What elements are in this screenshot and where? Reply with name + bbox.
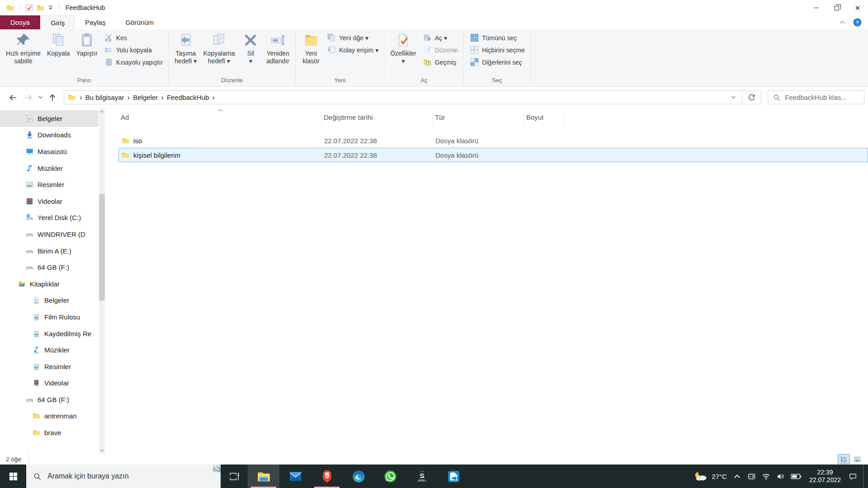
temperature[interactable]: 27°C xyxy=(712,473,727,480)
taskbar-mail-button[interactable] xyxy=(279,465,311,488)
ribbon-button-ta-ma-hedefi[interactable]: Taşımahedefi ▾ xyxy=(171,31,200,66)
breadcrumb-chevron-icon[interactable]: › xyxy=(124,94,133,101)
refresh-icon[interactable] xyxy=(748,94,755,101)
volume-icon[interactable] xyxy=(776,472,785,481)
sidebar-item-windriver-d[interactable]: WINDRIVER (D xyxy=(0,226,99,243)
ribbon-button-kolay-eri-im[interactable]: Kolay erişim ▾ xyxy=(325,44,381,56)
weather-icon[interactable] xyxy=(694,471,708,482)
minimize-button[interactable] xyxy=(806,0,826,15)
sidebar-item-belgeler[interactable]: Belgeler xyxy=(0,110,99,127)
show-desktop-button[interactable] xyxy=(863,465,866,488)
details-view-button[interactable] xyxy=(838,454,850,464)
battery-icon[interactable] xyxy=(791,473,802,480)
forward-icon[interactable] xyxy=(24,93,33,102)
ribbon-button-yeniden-adland-r[interactable]: Yenidenadlandır xyxy=(263,31,292,66)
taskbar-s-sport-button[interactable]: SSPORT+ xyxy=(406,465,438,488)
breadcrumb-segment-bu-bilgisayar[interactable]: Bu bilgisayar xyxy=(85,94,124,101)
qat-new-folder-icon[interactable] xyxy=(37,4,44,12)
sidebar-item-64-gb-f[interactable]: 64 GB (F:) xyxy=(0,259,99,276)
ribbon-button-ge-mi[interactable]: Geçmiş xyxy=(420,56,461,68)
search-input[interactable] xyxy=(785,94,864,101)
tab-g-r-n-m[interactable]: Görünüm xyxy=(116,15,163,29)
taskbar-whatsapp-button[interactable] xyxy=(374,465,406,488)
breadcrumb-segment-feedbackhub[interactable]: FeedbackHub xyxy=(167,94,209,101)
wifi-icon[interactable] xyxy=(762,472,770,481)
collapse-ribbon-icon[interactable] xyxy=(839,19,846,26)
sidebar-item-videolar[interactable]: Videolar xyxy=(0,193,99,210)
action-center-icon[interactable] xyxy=(849,472,857,481)
sidebar-item-resimler[interactable]: Resimler xyxy=(0,176,99,193)
sidebar-item-m-zikler[interactable]: Müzikler xyxy=(0,160,99,177)
up-icon[interactable] xyxy=(48,93,57,102)
ribbon-button-yap-t-r[interactable]: Yapıştır xyxy=(73,31,101,58)
taskbar-share-app-button[interactable] xyxy=(438,465,469,488)
column-header-boyut[interactable]: Boyut xyxy=(524,109,565,125)
address-dropdown-icon[interactable] xyxy=(731,94,736,100)
sidebar-item-m-zikler[interactable]: Müzikler xyxy=(0,342,99,358)
breadcrumb-segment-belgeler[interactable]: Belgeler xyxy=(133,94,158,101)
ribbon-button-yolu-kopyala[interactable]: \\...Yolu kopyala xyxy=(102,44,166,56)
sidebar-item-belgeler[interactable]: Belgeler xyxy=(0,292,99,309)
ribbon-button-d-zenle[interactable]: Düzenle xyxy=(420,44,461,56)
search-box[interactable] xyxy=(768,90,864,104)
scroll-down-icon[interactable] xyxy=(99,447,105,454)
taskbar-edge-button[interactable] xyxy=(343,465,374,488)
taskbar-brave-button[interactable] xyxy=(311,465,343,488)
sidebar-item-videolar[interactable]: Videolar xyxy=(0,375,99,392)
tab-payla[interactable]: Paylaş xyxy=(75,15,115,29)
sidebar-item-film-rulosu[interactable]: Film Rulosu xyxy=(0,309,99,325)
sidebar-scrollbar-thumb[interactable] xyxy=(99,194,105,300)
sidebar-item-kitapl-klar[interactable]: Kitaplıklar xyxy=(0,276,99,292)
sidebar-item-downloads[interactable]: Downloads xyxy=(0,127,99,144)
ribbon-button-a[interactable]: Aç ▾ xyxy=(420,32,461,44)
file-row-iso[interactable]: iso22.07.2022 22:38Dosya klasörü xyxy=(118,133,868,148)
sidebar-item-resimler[interactable]: Resimler xyxy=(0,358,99,375)
sidebar-item-64-gb-f[interactable]: 64 GB (F:) xyxy=(0,391,99,408)
search-highlights-illustration[interactable] xyxy=(213,465,221,472)
ribbon-button-yeni-e[interactable]: Yeni öğe ▾ xyxy=(325,32,381,44)
ribbon-button-kopyalama-hedefi[interactable]: Kopyalamahedefi ▾ xyxy=(200,31,238,66)
ribbon-button-h-zl-eri-ime-sabitle[interactable]: Hızlı erişimesabitle xyxy=(3,31,44,66)
ribbon-button-sil[interactable]: Sil▾ xyxy=(238,31,263,66)
taskbar-search-input[interactable] xyxy=(47,472,164,481)
sidebar-item-kaydedilmi-re[interactable]: Kaydedilmiş Re xyxy=(0,325,99,342)
clock[interactable]: 22:39 22.07.2022 xyxy=(807,469,843,484)
ribbon-button-k-sayolu-yap-t-r[interactable]: Kısayolu yapıştır xyxy=(102,56,166,68)
breadcrumb-chevron-icon[interactable]: › xyxy=(209,94,218,101)
ribbon-button-di-erlerini-se[interactable]: Diğerlerini seç xyxy=(467,56,528,68)
ribbon-button-yeni-klas-r[interactable]: Yeniklasör xyxy=(298,31,324,66)
sidebar-item-yerel-disk-c[interactable]: Yerel Disk (C:) xyxy=(0,210,99,226)
taskbar-file-explorer-button[interactable] xyxy=(248,465,279,488)
help-icon[interactable]: ? xyxy=(853,18,862,27)
taskbar-search[interactable] xyxy=(26,465,221,488)
sort-ascending-icon[interactable] xyxy=(217,108,223,112)
tab-giri[interactable]: Giriş xyxy=(41,15,75,29)
sidebar-item-antrenman[interactable]: antrenman xyxy=(0,408,99,425)
scroll-up-icon[interactable] xyxy=(99,108,105,115)
ribbon-button-t-m-n-se[interactable]: Tümünü seç xyxy=(467,32,528,44)
column-header-t-r[interactable]: Tür xyxy=(433,109,524,125)
tray-chevron-up-icon[interactable] xyxy=(733,472,741,481)
start-button[interactable] xyxy=(0,465,26,488)
ribbon-button-kopyala[interactable]: Kopyala xyxy=(44,31,73,58)
qat-properties-icon[interactable] xyxy=(25,4,33,12)
ribbon-button-zellikler[interactable]: Özellikler▾ xyxy=(387,31,420,66)
tab-dosya[interactable]: Dosya xyxy=(0,15,40,29)
taskbar-task-view-button[interactable] xyxy=(221,465,248,488)
sidebar-item-birim-a-e[interactable]: Birim A (E:) xyxy=(0,243,99,259)
qat-customize-icon[interactable] xyxy=(48,5,53,10)
column-header-de-i-tirme-tarihi[interactable]: Değiştirme tarihi xyxy=(321,109,433,125)
sidebar-item-masa-st[interactable]: Masaüstü xyxy=(0,143,99,160)
cast-icon[interactable] xyxy=(747,472,756,481)
sidebar-item-brave[interactable]: brave xyxy=(0,424,99,441)
ribbon-button-hi-birini-se-me[interactable]: Hiçbirini seçme xyxy=(467,44,528,56)
ribbon-button-kes[interactable]: Kes xyxy=(102,32,166,44)
breadcrumb[interactable]: ›Bu bilgisayar›Belgeler›FeedbackHub› xyxy=(64,90,761,104)
close-button[interactable]: ✕ xyxy=(847,0,868,15)
sidebar-scrollbar[interactable] xyxy=(99,108,105,454)
breadcrumb-chevron-icon[interactable]: › xyxy=(76,94,85,101)
restore-button[interactable] xyxy=(826,0,847,15)
back-icon[interactable] xyxy=(9,93,18,102)
breadcrumb-chevron-icon[interactable]: › xyxy=(158,94,167,101)
file-row-ki-isel-bilgilerim[interactable]: kişisel bilgilerim22.07.2022 22:38Dosya … xyxy=(118,148,868,162)
